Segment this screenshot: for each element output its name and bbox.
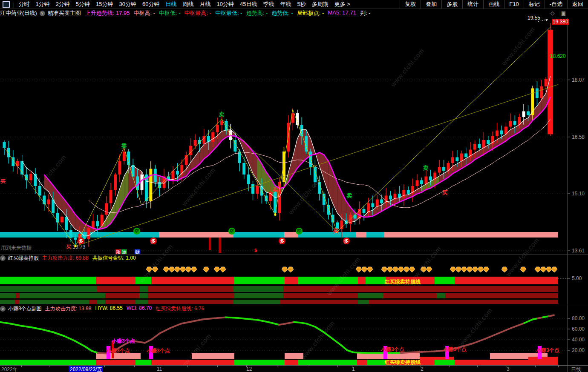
svg-text:买: 买 bbox=[442, 189, 448, 196]
axis-tick bbox=[277, 366, 277, 367]
indicator-header: 江中药业(日线) ∨ 精准买卖主图 上升趋势线: 17.95中枢高: -中枢低:… bbox=[0, 9, 588, 17]
param-判: 判: - bbox=[360, 9, 371, 17]
period-tab-更多 >[interactable]: 更多 > bbox=[331, 0, 353, 8]
axis-date-label: 1 bbox=[352, 366, 355, 372]
axis-tick bbox=[307, 366, 307, 367]
param-共振信号金钻: 共振信号金钻: 1.00 bbox=[92, 255, 136, 262]
toolbar-button-统计[interactable]: 统计 bbox=[462, 0, 483, 9]
panel2-params: 主力攻击力度: 69.88共振信号金钻: 1.00 bbox=[42, 255, 140, 262]
oscillator-panel[interactable]: 80.0060.0040.0020.00小赚3个点小赚3个点小赚3个点小赚3个点… bbox=[0, 305, 588, 365]
period-tab-分时[interactable]: 分时 bbox=[15, 0, 32, 8]
param-HYW: HYW: 86.55 bbox=[95, 305, 122, 312]
svg-text:15.10: 15.10 bbox=[572, 191, 585, 197]
svg-text:多: 多 bbox=[344, 238, 349, 243]
axis-tick bbox=[477, 366, 478, 367]
svg-text:空: 空 bbox=[135, 229, 139, 234]
param-局部极点: 局部极点: - bbox=[297, 9, 324, 17]
svg-text:多: 多 bbox=[79, 238, 84, 243]
axis-tick bbox=[558, 366, 559, 367]
indicator-params: 上升趋势线: 17.95中枢高: -中枢低: -中枢最高: -中枢最低: -趋势… bbox=[85, 9, 375, 17]
svg-text:小赚3个点: 小赚3个点 bbox=[380, 346, 404, 352]
collapse-chevron-icon[interactable]: ∨ bbox=[0, 255, 6, 261]
svg-text:买: 买 bbox=[333, 228, 339, 234]
svg-text:小赚3个点: 小赚3个点 bbox=[536, 347, 559, 353]
low-price-value: :13.73 bbox=[71, 244, 85, 250]
period-tab-季线[interactable]: 季线 bbox=[260, 0, 277, 8]
axis-tick bbox=[392, 366, 392, 367]
svg-text:红买绿卖持股线: 红买绿卖持股线 bbox=[384, 279, 421, 285]
axis-tick bbox=[535, 366, 536, 367]
signal-bars-panel[interactable]: 红买绿卖持股线5.00 bbox=[0, 255, 588, 305]
axis-period-label: 日线 bbox=[571, 366, 581, 372]
period-tab-月线[interactable]: 月线 bbox=[197, 0, 214, 8]
period-tab-30分钟[interactable]: 30分钟 bbox=[116, 0, 139, 8]
last-price-tag: 19.380 bbox=[552, 19, 569, 25]
param-中枢最高: 中枢最高: - bbox=[184, 9, 212, 17]
period-tab-多周期[interactable]: 多周期 bbox=[309, 0, 331, 8]
high-price-label: 19.55 bbox=[527, 15, 540, 21]
svg-text:$: $ bbox=[254, 248, 257, 253]
period-tab-1分钟[interactable]: 1分钟 bbox=[32, 0, 52, 8]
axis-date-label: 12 bbox=[246, 366, 252, 372]
future-data-note: 用到未来数据 bbox=[1, 244, 32, 252]
svg-text:20.00: 20.00 bbox=[572, 347, 585, 353]
app-window: | 分时1分钟2分钟5分钟15分钟30分钟60分钟日线周线月线10分钟45日线季… bbox=[0, 0, 588, 372]
low-buy-label: 买:13.73 bbox=[66, 243, 85, 251]
svg-text:小赚3个点: 小赚3个点 bbox=[106, 348, 130, 354]
param-中枢最低: 中枢最低: - bbox=[215, 9, 242, 17]
svg-text:40.00: 40.00 bbox=[572, 337, 585, 343]
period-tab-2分钟[interactable]: 2分钟 bbox=[53, 0, 73, 8]
svg-text:18.07: 18.07 bbox=[572, 77, 585, 83]
toolbar-button-复权[interactable]: 复权 bbox=[400, 0, 421, 9]
param-中枢低: 中枢低: - bbox=[159, 9, 181, 17]
collapse-chevron-icon[interactable]: ∨ bbox=[0, 306, 6, 312]
svg-text:小赚3个点: 小赚3个点 bbox=[443, 346, 467, 352]
axis-tick bbox=[217, 366, 218, 367]
panel2-header: ∨ 红买绿卖持股 主力攻击力度: 69.88共振信号金钻: 1.00 bbox=[0, 255, 140, 261]
left-edge-buy-mark: 买 bbox=[0, 178, 6, 185]
axis-date-label: 3 bbox=[507, 366, 510, 372]
param-MA5: MA5: 17.71 bbox=[328, 9, 356, 17]
period-tab-日线[interactable]: 日线 bbox=[163, 0, 180, 8]
param-主力攻击力度: 主力攻击力度: 13.98 bbox=[45, 305, 92, 312]
period-tab-15分钟[interactable]: 15分钟 bbox=[93, 0, 116, 8]
svg-text:60.00: 60.00 bbox=[572, 326, 585, 332]
param-主力攻击力度: 主力攻击力度: 69.88 bbox=[42, 255, 89, 262]
toolbar-button-叠加[interactable]: 叠加 bbox=[421, 0, 441, 9]
app-window-icon[interactable] bbox=[3, 1, 10, 8]
period-tab-5秒[interactable]: 5秒 bbox=[294, 0, 308, 8]
period-tab-5分钟[interactable]: 5分钟 bbox=[73, 0, 93, 8]
time-axis: 日线 2022年2022/09/23/五1112123 bbox=[0, 365, 588, 372]
toolbar-button--自选[interactable]: -自选 bbox=[545, 0, 567, 9]
svg-text:多: 多 bbox=[151, 238, 156, 243]
collapse-chevron-icon[interactable]: ∨ bbox=[40, 11, 45, 16]
toolbar-divider: | bbox=[12, 1, 14, 8]
period-toolbar: | 分时1分钟2分钟5分钟15分钟30分钟60分钟日线周线月线10分钟45日线季… bbox=[0, 0, 588, 9]
open-price-label: 18.620 bbox=[550, 53, 566, 59]
period-tabs: 分时1分钟2分钟5分钟15分钟30分钟60分钟日线周线月线10分钟45日线季线年… bbox=[15, 0, 353, 8]
toolbar-button-标记[interactable]: 标记 bbox=[524, 0, 545, 9]
svg-text:5.00: 5.00 bbox=[572, 275, 582, 281]
param-WEI: WEI: 86.70 bbox=[127, 305, 152, 312]
toolbar-button-画线[interactable]: 画线 bbox=[483, 0, 504, 9]
param-中枢高: 中枢高: - bbox=[133, 9, 155, 17]
axis-corner-divider bbox=[568, 366, 568, 372]
main-candlestick-chart[interactable]: 18.0716.5815.1013.61卖卖卖卖买买买空空空多多多多涨港财$ bbox=[0, 18, 588, 255]
toolbar-button-多股[interactable]: 多股 bbox=[441, 0, 462, 9]
svg-text:小赚3个点: 小赚3个点 bbox=[111, 338, 135, 344]
period-tab-周线[interactable]: 周线 bbox=[180, 0, 197, 8]
selected-date-label: 2022/09/23/五 bbox=[69, 366, 103, 372]
period-tab-60分钟[interactable]: 60分钟 bbox=[139, 0, 162, 8]
period-tab-年线[interactable]: 年线 bbox=[277, 0, 294, 8]
period-tab-45日线[interactable]: 45日线 bbox=[237, 0, 260, 8]
toolbar-button-返回[interactable]: 返回 bbox=[567, 0, 588, 9]
indicator-name: 精准买卖主图 bbox=[48, 9, 81, 17]
axis-tick bbox=[337, 366, 338, 367]
axis-tick bbox=[104, 366, 105, 367]
period-tab-10分钟[interactable]: 10分钟 bbox=[214, 0, 237, 8]
window-layout-icons[interactable]: ◇ ▣ bbox=[551, 10, 568, 16]
axis-tick bbox=[134, 366, 135, 367]
toolbar-button-F10[interactable]: F10 bbox=[504, 0, 523, 9]
axis-tick bbox=[187, 366, 188, 367]
svg-text:卖: 卖 bbox=[347, 192, 352, 199]
